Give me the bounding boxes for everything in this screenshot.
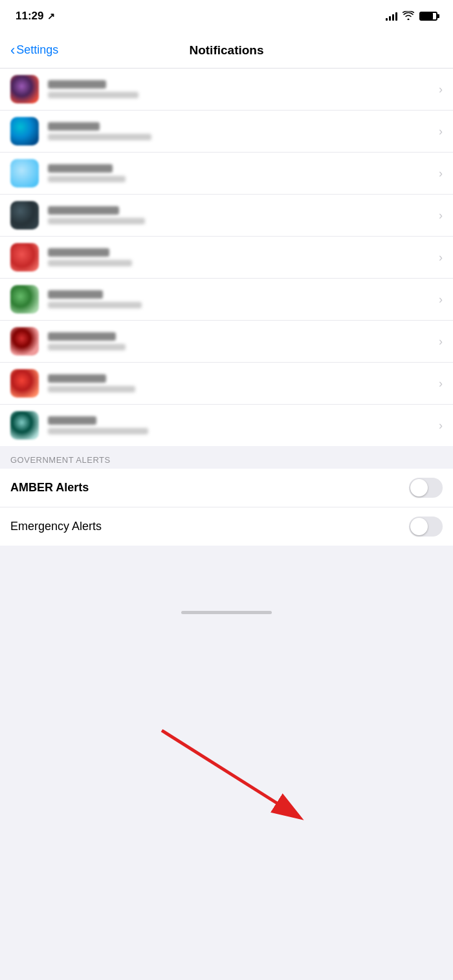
back-chevron-icon: ‹: [10, 43, 15, 58]
home-indicator: [181, 611, 272, 614]
app-name: [48, 122, 100, 131]
app-list-item[interactable]: ›: [0, 279, 453, 321]
app-subtitle: [48, 260, 132, 266]
app-name: [48, 164, 113, 173]
chevron-right-icon: ›: [439, 167, 443, 180]
status-icons: [386, 11, 437, 22]
amber-alerts-label: AMBER Alerts: [10, 481, 89, 495]
app-text-block: [48, 80, 434, 98]
app-list-item[interactable]: ›: [0, 405, 453, 446]
amber-alerts-row[interactable]: AMBER Alerts: [0, 469, 453, 507]
chevron-right-icon: ›: [439, 125, 443, 138]
app-icon: [10, 411, 39, 440]
app-text-block: [48, 290, 434, 308]
app-name: [48, 290, 103, 299]
status-bar: 11:29 ↗: [0, 0, 453, 32]
status-time: 11:29 ↗: [16, 10, 55, 23]
app-subtitle: [48, 428, 148, 434]
location-arrow-icon: ↗: [47, 11, 55, 21]
government-alerts-header: GOVERNMENT ALERTS: [0, 446, 453, 469]
app-notifications-list: › › › ›: [0, 69, 453, 446]
annotation-arrow: [136, 724, 317, 827]
app-list-item[interactable]: ›: [0, 195, 453, 237]
app-name: [48, 374, 106, 383]
app-text-block: [48, 206, 434, 224]
toggle-knob: [410, 479, 428, 496]
app-name: [48, 416, 96, 425]
page-title: Notifications: [189, 43, 263, 58]
app-name: [48, 332, 116, 341]
app-icon: [10, 285, 39, 314]
app-list-item[interactable]: ›: [0, 321, 453, 363]
app-icon: [10, 117, 39, 145]
app-list-item[interactable]: ›: [0, 237, 453, 279]
back-label: Settings: [16, 43, 58, 57]
chevron-right-icon: ›: [439, 209, 443, 222]
time-label: 11:29: [16, 10, 43, 23]
app-text-block: [48, 122, 434, 140]
chevron-right-icon: ›: [439, 251, 443, 264]
app-subtitle: [48, 218, 145, 224]
wifi-icon: [403, 11, 414, 22]
nav-bar: ‹ Settings Notifications: [0, 32, 453, 69]
emergency-alerts-row[interactable]: Emergency Alerts: [0, 507, 453, 546]
app-icon: [10, 201, 39, 229]
back-button[interactable]: ‹ Settings: [10, 43, 58, 58]
app-list-item[interactable]: ›: [0, 363, 453, 405]
app-name: [48, 80, 106, 89]
app-icon: [10, 243, 39, 272]
app-list-item[interactable]: ›: [0, 111, 453, 153]
chevron-right-icon: ›: [439, 83, 443, 96]
chevron-right-icon: ›: [439, 377, 443, 390]
app-text-block: [48, 416, 434, 434]
toggle-knob: [410, 518, 428, 535]
app-text-block: [48, 164, 434, 182]
emergency-alerts-toggle[interactable]: [409, 517, 443, 537]
app-icon: [10, 159, 39, 187]
app-subtitle: [48, 344, 126, 350]
chevron-right-icon: ›: [439, 419, 443, 432]
app-subtitle: [48, 92, 138, 98]
battery-icon: [419, 12, 437, 21]
amber-alerts-toggle[interactable]: [409, 478, 443, 498]
emergency-alerts-label: Emergency Alerts: [10, 520, 102, 533]
chevron-right-icon: ›: [439, 335, 443, 348]
app-subtitle: [48, 302, 142, 308]
app-icon: [10, 369, 39, 398]
app-text-block: [48, 374, 434, 392]
app-icon: [10, 327, 39, 356]
app-subtitle: [48, 386, 135, 392]
app-text-block: [48, 332, 434, 350]
chevron-right-icon: ›: [439, 293, 443, 306]
app-list-item[interactable]: ›: [0, 153, 453, 195]
app-text-block: [48, 248, 434, 266]
app-name: [48, 206, 119, 215]
svg-line-1: [162, 730, 285, 808]
app-list-item[interactable]: ›: [0, 69, 453, 111]
app-icon: [10, 75, 39, 103]
app-name: [48, 248, 109, 257]
government-alerts-section: AMBER Alerts Emergency Alerts: [0, 469, 453, 546]
bottom-area: [0, 546, 453, 623]
signal-icon: [386, 12, 397, 21]
app-subtitle: [48, 176, 126, 182]
app-subtitle: [48, 134, 151, 140]
